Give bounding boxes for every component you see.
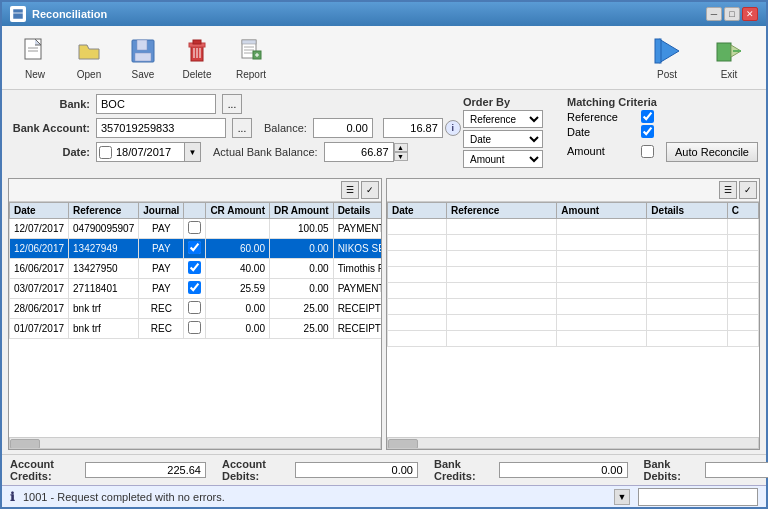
- criteria-amount-checkbox[interactable]: [641, 145, 654, 158]
- cell-checkbox[interactable]: [184, 219, 206, 239]
- exit-button[interactable]: Exit: [700, 30, 758, 85]
- left-settings-button[interactable]: ✓: [361, 181, 379, 199]
- close-button[interactable]: ✕: [742, 7, 758, 21]
- right-settings-button[interactable]: ✓: [739, 181, 757, 199]
- bank-debits-item: Bank Debits:: [644, 458, 768, 482]
- left-table-scroll[interactable]: Date Reference Journal CR Amount DR Amou…: [9, 202, 381, 437]
- delete-button[interactable]: Delete: [172, 30, 222, 85]
- bank-label: Bank:: [10, 98, 90, 110]
- report-button[interactable]: Report: [226, 30, 276, 85]
- window-title: Reconciliation: [32, 8, 107, 20]
- auto-reconcile-button[interactable]: Auto Reconcile: [666, 142, 758, 162]
- left-filter-button[interactable]: ☰: [341, 181, 359, 199]
- cell-cr-amount: 25.59: [206, 279, 270, 299]
- cell-reference: bnk trf: [69, 319, 139, 339]
- cell-checkbox[interactable]: [184, 319, 206, 339]
- post-label: Post: [657, 69, 677, 80]
- matching-criteria-section: Matching Criteria Reference Date Amount …: [567, 96, 758, 170]
- bank-account-search-button[interactable]: ...: [232, 118, 252, 138]
- cell-checkbox[interactable]: [184, 299, 206, 319]
- actual-balance-input[interactable]: [324, 142, 394, 162]
- row-checkbox[interactable]: [188, 261, 201, 274]
- date-checkbox[interactable]: [99, 146, 112, 159]
- bank-credits-value[interactable]: [499, 462, 627, 478]
- cell-checkbox[interactable]: [184, 259, 206, 279]
- row-checkbox[interactable]: [188, 221, 201, 234]
- date-dropdown-button[interactable]: ▼: [184, 143, 200, 161]
- cell-dr-amount: 0.00: [270, 239, 334, 259]
- date-wrapper: ▼: [96, 142, 201, 162]
- row-checkbox[interactable]: [188, 301, 201, 314]
- left-table-row[interactable]: 01/07/2017 bnk trf REC 0.00 25.00 RECEIP…: [10, 319, 382, 339]
- left-table-row[interactable]: 12/07/2017 04790095907 PAY 100.05 PAYMEN…: [10, 219, 382, 239]
- row-checkbox[interactable]: [188, 241, 201, 254]
- content-area: ☰ ✓ Date Reference Journal CR Amount DR …: [2, 174, 766, 454]
- new-button[interactable]: New: [10, 30, 60, 85]
- balance-info-button[interactable]: i: [445, 120, 461, 136]
- order-reference-select[interactable]: Reference: [463, 110, 543, 128]
- left-table-row[interactable]: 16/06/2017 13427950 PAY 40.00 0.00 Timot…: [10, 259, 382, 279]
- left-table: Date Reference Journal CR Amount DR Amou…: [9, 202, 381, 339]
- status-dropdown-button[interactable]: ▼: [614, 489, 630, 505]
- balance-label: Balance:: [264, 122, 307, 134]
- balance-value1[interactable]: [313, 118, 373, 138]
- cell-dr-amount: 100.05: [270, 219, 334, 239]
- delete-label: Delete: [183, 69, 212, 80]
- right-table-row: [388, 299, 759, 315]
- status-right-field[interactable]: [638, 488, 758, 506]
- right-scroll-horizontal[interactable]: [387, 437, 759, 449]
- right-table-scroll[interactable]: Date Reference Amount Details C: [387, 202, 759, 437]
- left-scroll-horizontal[interactable]: [9, 437, 381, 449]
- right-table-row: [388, 267, 759, 283]
- balance-value2[interactable]: [383, 118, 443, 138]
- status-bar: ℹ 1001 - Request completed with no error…: [2, 485, 766, 507]
- left-table-row[interactable]: 28/06/2017 bnk trf REC 0.00 25.00 RECEIP…: [10, 299, 382, 319]
- open-button[interactable]: Open: [64, 30, 114, 85]
- order-amount-select[interactable]: Amount: [463, 150, 543, 168]
- post-button[interactable]: Post: [638, 30, 696, 85]
- bank-search-button[interactable]: ...: [222, 94, 242, 114]
- cell-dr-amount: 25.00: [270, 319, 334, 339]
- cell-checkbox[interactable]: [184, 239, 206, 259]
- left-table-row[interactable]: 12/06/2017 13427949 PAY 60.00 0.00 NIKOS…: [10, 239, 382, 259]
- order-by-title: Order By: [463, 96, 543, 108]
- row-checkbox[interactable]: [188, 281, 201, 294]
- cell-journal: PAY: [139, 279, 184, 299]
- cell-cr-amount: 60.00: [206, 239, 270, 259]
- matching-criteria-title: Matching Criteria: [567, 96, 758, 108]
- spin-down-button[interactable]: ▼: [394, 152, 408, 161]
- date-label: Date:: [10, 146, 90, 158]
- bank-debits-value[interactable]: [705, 462, 768, 478]
- bank-account-input[interactable]: [96, 118, 226, 138]
- svg-rect-7: [135, 53, 151, 61]
- left-table-row[interactable]: 03/07/2017 27118401 PAY 25.59 0.00 PAYME…: [10, 279, 382, 299]
- date-input[interactable]: [114, 146, 184, 158]
- account-credits-value[interactable]: [85, 462, 206, 478]
- minimize-button[interactable]: ─: [706, 7, 722, 21]
- cell-date: 12/06/2017: [10, 239, 69, 259]
- save-button[interactable]: Save: [118, 30, 168, 85]
- cell-details: Timothis Pse: [333, 259, 381, 279]
- svg-rect-0: [13, 9, 23, 19]
- rcol-date: Date: [388, 203, 447, 219]
- cell-details: RECEIPTS - 22: [333, 319, 381, 339]
- cell-date: 16/06/2017: [10, 259, 69, 279]
- order-date-select[interactable]: Date: [463, 130, 543, 148]
- bank-credits-label: Bank Credits:: [434, 458, 495, 482]
- svg-rect-23: [655, 39, 661, 63]
- criteria-date-checkbox[interactable]: [641, 125, 654, 138]
- exit-label: Exit: [721, 69, 738, 80]
- criteria-reference-checkbox[interactable]: [641, 110, 654, 123]
- account-debits-value[interactable]: [295, 462, 418, 478]
- new-label: New: [25, 69, 45, 80]
- bank-input[interactable]: [96, 94, 216, 114]
- maximize-button[interactable]: □: [724, 7, 740, 21]
- cell-details: PAYMENTS: [333, 279, 381, 299]
- spin-up-button[interactable]: ▲: [394, 143, 408, 152]
- status-code: 1001: [23, 491, 47, 503]
- right-filter-button[interactable]: ☰: [719, 181, 737, 199]
- status-text: 1001 - Request completed with no errors.: [23, 491, 606, 503]
- cell-checkbox[interactable]: [184, 279, 206, 299]
- save-icon: [127, 35, 159, 67]
- row-checkbox[interactable]: [188, 321, 201, 334]
